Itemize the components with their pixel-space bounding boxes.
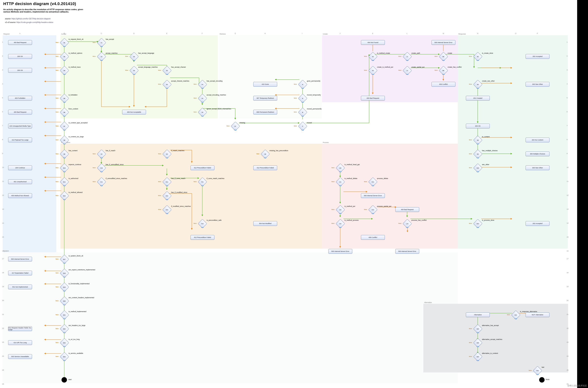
row-14: 14 bbox=[2, 222, 4, 224]
d_o21-true: true bbox=[514, 318, 517, 319]
d_e4-false: false bbox=[158, 83, 161, 85]
row-9: 9 bbox=[567, 153, 567, 154]
row-15: 15 bbox=[2, 236, 4, 238]
sb_300_p9: 300 Multiple Choices bbox=[526, 151, 549, 156]
row-21: 21 bbox=[2, 314, 4, 315]
d_i7-true: true bbox=[301, 129, 304, 131]
sb_412_10: 412 Precondition Failed bbox=[191, 166, 214, 170]
d_d3-false: false bbox=[125, 70, 128, 71]
region-label-process: Process bbox=[323, 142, 329, 143]
d_g7-label: missing bbox=[240, 122, 245, 124]
d_f5-label: accept_encoding_matches bbox=[207, 94, 226, 96]
d_b12-label: is_method_allowed bbox=[69, 192, 82, 193]
d_c1-false: false bbox=[93, 42, 96, 43]
d_m2-label: create bbox=[448, 52, 452, 54]
row-19: 19 bbox=[2, 286, 4, 288]
col-M: M bbox=[443, 33, 444, 34]
col-H: H bbox=[264, 33, 266, 34]
row-15: 15 bbox=[567, 236, 568, 238]
d_n23-false: false bbox=[469, 342, 472, 343]
d_i4-true: true bbox=[301, 87, 304, 89]
col-B: B bbox=[64, 33, 65, 34]
sb_201_n5: 201 Created bbox=[466, 96, 490, 100]
d_k3-false: false bbox=[364, 70, 367, 71]
row-2: 2 bbox=[2, 55, 3, 57]
sb_304: 304 Not Modified bbox=[253, 221, 277, 226]
d_k14-false: false bbox=[398, 222, 402, 224]
d_b1-true: true bbox=[63, 46, 66, 47]
row-20: 20 bbox=[567, 300, 568, 301]
region-label-retrieve: Retrieve bbox=[220, 33, 226, 35]
d_b19-false: false bbox=[55, 286, 59, 288]
d_k11-label: process_delete bbox=[377, 178, 388, 179]
d_b5-label: is_forbidden bbox=[69, 94, 77, 96]
d_e3-false: false bbox=[158, 70, 161, 71]
d_b22-label: are_headers_too_large bbox=[69, 325, 85, 326]
sb_202_p2: 202 Accepted bbox=[526, 54, 549, 59]
row-10: 10 bbox=[567, 167, 568, 168]
d_n22-label: alternative_has_accept bbox=[482, 325, 499, 326]
col-P: P bbox=[537, 33, 538, 34]
sb_409_k15: 409 Conflict bbox=[361, 235, 385, 240]
d_b18-label: are_expect_extentions_implemented bbox=[69, 269, 95, 271]
d_k13-false: false bbox=[364, 209, 367, 210]
row-18: 18 bbox=[567, 272, 568, 273]
row-7: 7 bbox=[2, 125, 3, 126]
d_c10-label: has_if_unmodified_since bbox=[106, 164, 124, 166]
row-5: 5 bbox=[2, 97, 3, 99]
sb_405: 405 Method Not Allowed bbox=[8, 193, 32, 198]
d_n24-false: false bbox=[469, 356, 472, 357]
d_b7-true: true bbox=[63, 129, 66, 131]
sb_alt: Alternative bbox=[466, 313, 490, 317]
row-20: 20 bbox=[2, 300, 4, 301]
d_f6-true: true bbox=[201, 115, 204, 117]
d_n9-label: has_multiple_choices bbox=[482, 150, 498, 151]
d_k3-true: true bbox=[372, 73, 374, 75]
d_l2-false: false bbox=[398, 55, 402, 57]
d_n23-true: true bbox=[477, 346, 479, 347]
row-13: 13 bbox=[567, 208, 568, 210]
row-11: 11 bbox=[567, 180, 568, 182]
d_n10-label: see_other bbox=[482, 164, 489, 166]
region-request bbox=[3, 35, 56, 252]
region-label-request: Request bbox=[3, 33, 10, 35]
d_n22-false: false bbox=[469, 328, 472, 329]
d_b10-true: true bbox=[63, 171, 66, 172]
row-22: 22 bbox=[2, 327, 4, 329]
d_b2-false: false bbox=[55, 55, 59, 57]
sb_403: 403 Forbidden bbox=[8, 96, 32, 100]
region-response bbox=[458, 35, 568, 249]
d_n24-label: alternative_to_content bbox=[482, 352, 498, 354]
d_k2-true: true bbox=[372, 59, 374, 61]
d_e9-label: if_match_matches bbox=[171, 150, 184, 151]
row-14: 14 bbox=[567, 222, 568, 224]
d_j14-true: true bbox=[339, 227, 342, 228]
region-retrieve bbox=[219, 35, 322, 119]
col-G: G bbox=[235, 33, 236, 34]
d_j10-true: true bbox=[339, 171, 342, 172]
d_c9-label: has_if_match bbox=[106, 150, 115, 151]
row-3: 3 bbox=[567, 69, 567, 71]
d_b18-true: true bbox=[63, 276, 66, 278]
row-25: 25 bbox=[2, 369, 4, 371]
region-label-alternative: Alternative bbox=[424, 302, 432, 303]
row-6: 6 bbox=[567, 111, 567, 113]
d_f4-label: has_accept_encoding bbox=[207, 80, 223, 82]
region-label-system: System bbox=[3, 250, 9, 252]
d_k14-label: process_has_conflict bbox=[411, 219, 427, 221]
d_b9-label: has_content bbox=[69, 150, 77, 151]
d_c10-true: true bbox=[100, 171, 103, 172]
row-25: 25 bbox=[567, 369, 568, 371]
d_c9-false: false bbox=[93, 153, 96, 155]
d_b20-false: false bbox=[55, 300, 59, 302]
d_p25-label: last bbox=[542, 366, 544, 368]
row-12: 12 bbox=[567, 194, 568, 196]
sb_202_p14: 202 Accepted bbox=[526, 221, 549, 226]
d_p25-false: false bbox=[529, 369, 532, 371]
d_e11-label: has_if_none_match bbox=[171, 178, 185, 179]
sb_400_6: 400 Bad Request bbox=[8, 110, 32, 115]
d_c11-label: if_unmodified_since_matches bbox=[106, 178, 127, 179]
d_c2-label: accept_matches bbox=[106, 52, 118, 54]
d_n14-label: is_process_done bbox=[482, 219, 494, 221]
d_c2-true: true bbox=[100, 59, 103, 61]
